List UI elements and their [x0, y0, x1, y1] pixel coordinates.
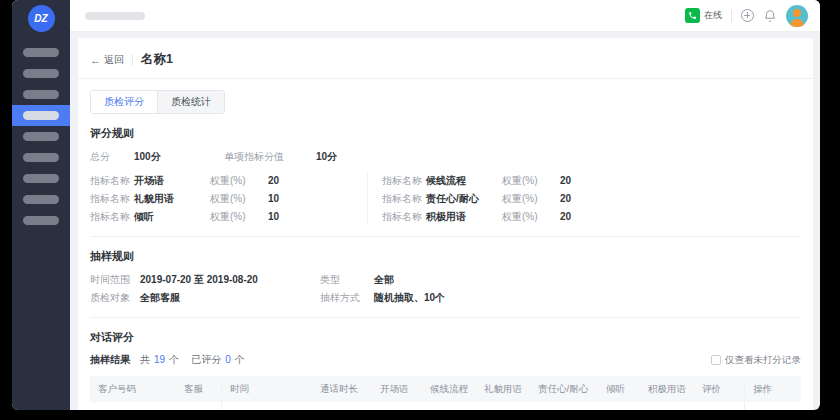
topbar: 在线	[70, 0, 820, 32]
indicator-name: 倾听	[134, 208, 210, 226]
sidebar-item-1[interactable]	[12, 42, 70, 63]
cell-score: 20	[640, 402, 694, 410]
weight-label: 权重(%)	[210, 172, 268, 190]
weight-label: 权重(%)	[210, 208, 268, 226]
column-header: 礼貌用语	[476, 383, 530, 396]
total-unit: 个	[169, 352, 179, 368]
column-header: 时间	[222, 383, 312, 396]
result-label: 抽样结果	[90, 352, 130, 368]
time-range-label: 时间范围	[90, 271, 140, 289]
indicator-label: 指标名称	[90, 190, 134, 208]
weight-label: 权重(%)	[210, 190, 268, 208]
total-prefix: 共	[140, 352, 150, 368]
indicator-label: 指标名称	[382, 208, 426, 226]
app-window: DZ 在线	[12, 0, 820, 410]
tab-quality-statistics[interactable]: 质检统计	[157, 91, 224, 113]
menu-placeholder	[23, 195, 59, 204]
column-header: 倾听	[598, 383, 640, 396]
weight-label: 权重(%)	[502, 172, 560, 190]
avatar[interactable]	[786, 5, 808, 27]
app-logo[interactable]: DZ	[28, 5, 55, 32]
sampling-rules-section: 抽样规则 时间范围 2019-07-20 至 2019-08-20 类型 全部	[90, 249, 801, 307]
menu-placeholder	[23, 69, 59, 78]
indicator-name: 开场语	[134, 172, 210, 190]
section-title: 抽样规则	[90, 249, 801, 264]
item-score-value: 10分	[316, 148, 337, 166]
indicator-label: 指标名称	[382, 172, 426, 190]
section-divider	[90, 236, 801, 237]
qc-target-value: 全部客服	[140, 289, 180, 307]
type-value: 全部	[374, 271, 394, 289]
indicator-name: 责任心/耐心	[426, 190, 502, 208]
sampling-results-table: 客户号码客服时间通话时长开场语候线流程礼貌用语责任心/耐心倾听积极用语评价操作 …	[90, 376, 801, 410]
cell-score: 20	[422, 402, 476, 410]
cell-time	[222, 402, 312, 410]
indicator-label: 指标名称	[90, 172, 134, 190]
column-header: 责任心/耐心	[530, 383, 598, 396]
cell-evaluation: 挺好的	[694, 402, 744, 410]
weight-label: 权重(%)	[502, 190, 560, 208]
header-divider	[132, 54, 133, 66]
back-button[interactable]: ← 返回	[90, 53, 124, 67]
cell-score: 10	[598, 402, 640, 410]
total-count: 19	[154, 352, 165, 368]
online-status-badge[interactable]: 在线	[685, 8, 722, 23]
sidebar-item-2[interactable]	[12, 63, 70, 84]
cell-call-duration	[312, 402, 372, 410]
sidebar-item-7[interactable]	[12, 168, 70, 189]
cell-agent	[176, 402, 222, 410]
weight-value: 20	[560, 172, 571, 190]
section-title: 对话评分	[90, 330, 801, 345]
detail-card: ← 返回 名称1 质检评分 质检统计 评分规则 总分 100分	[78, 38, 813, 410]
menu-placeholder	[23, 48, 59, 57]
item-score-label: 单项指标分值	[224, 148, 316, 166]
scored-label: 已评分	[191, 352, 221, 368]
type-label: 类型	[320, 271, 374, 289]
total-score-value: 100分	[134, 148, 224, 166]
total-score-label: 总分	[90, 148, 134, 166]
content-area: ← 返回 名称1 质检评分 质检统计 评分规则 总分 100分	[70, 32, 820, 410]
sidebar-item-5[interactable]	[12, 126, 70, 147]
cell-score: 20	[530, 402, 598, 410]
table-row: 01088882001 20 20 10 20 10 20 挺好的 打分	[90, 402, 801, 410]
sidebar-item-9[interactable]	[12, 210, 70, 231]
weight-value: 10	[268, 190, 279, 208]
menu-placeholder	[23, 132, 59, 141]
menu-placeholder	[23, 174, 59, 183]
time-range-value: 2019-07-20 至 2019-08-20	[140, 271, 258, 289]
qc-target-label: 质检对象	[90, 289, 140, 307]
online-status-label: 在线	[704, 9, 722, 22]
weight-value: 20	[560, 190, 571, 208]
scored-unit: 个	[235, 352, 245, 368]
column-header: 积极用语	[640, 383, 694, 396]
indicator-name: 候线流程	[426, 172, 502, 190]
indicator-name: 礼貌用语	[134, 190, 210, 208]
cell-score: 10	[476, 402, 530, 410]
unscored-filter[interactable]: 仅查看未打分记录	[711, 352, 801, 368]
back-label: 返回	[104, 53, 124, 67]
weight-label: 权重(%)	[502, 208, 560, 226]
sampling-method-label: 抽样方式	[320, 289, 374, 307]
sidebar-item-8[interactable]	[12, 189, 70, 210]
sidebar-item-4-active[interactable]	[12, 105, 70, 126]
menu-placeholder	[23, 216, 59, 225]
column-header: 操作	[744, 383, 801, 396]
unscored-filter-checkbox[interactable]	[711, 355, 721, 365]
weight-value: 20	[268, 172, 279, 190]
tab-quality-scoring[interactable]: 质检评分	[91, 91, 157, 113]
table-body: 01088882001 20 20 10 20 10 20 挺好的 打分 010…	[90, 402, 801, 410]
section-title: 评分规则	[90, 126, 801, 141]
cell-score: 20	[372, 402, 422, 410]
section-divider	[90, 317, 801, 318]
sidebar-item-3[interactable]	[12, 84, 70, 105]
breadcrumb-placeholder	[85, 12, 145, 20]
plus-circle-icon[interactable]	[741, 9, 754, 22]
table-header: 客户号码客服时间通话时长开场语候线流程礼貌用语责任心/耐心倾听积极用语评价操作	[90, 376, 801, 402]
topbar-divider	[731, 10, 732, 22]
weight-value: 10	[268, 208, 279, 226]
bell-icon[interactable]	[763, 9, 777, 23]
menu-placeholder	[23, 90, 59, 99]
column-header: 客户号码	[90, 383, 176, 396]
sidebar: DZ	[12, 0, 70, 410]
sidebar-item-6[interactable]	[12, 147, 70, 168]
